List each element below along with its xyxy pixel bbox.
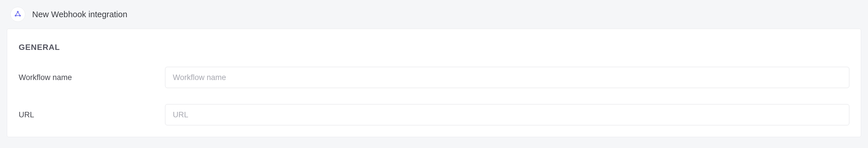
webhook-icon: [14, 10, 22, 19]
webhook-icon-container: [10, 7, 25, 22]
workflow-name-row: Workflow name: [19, 67, 849, 88]
section-title-general: GENERAL: [19, 43, 849, 52]
url-label: URL: [19, 110, 165, 119]
url-row: URL: [19, 104, 849, 125]
workflow-name-label: Workflow name: [19, 73, 165, 82]
url-input[interactable]: [165, 104, 849, 125]
page-header: New Webhook integration: [0, 0, 868, 29]
page-title: New Webhook integration: [32, 10, 127, 19]
workflow-name-input[interactable]: [165, 67, 849, 88]
general-card: GENERAL Workflow name URL: [7, 29, 861, 137]
